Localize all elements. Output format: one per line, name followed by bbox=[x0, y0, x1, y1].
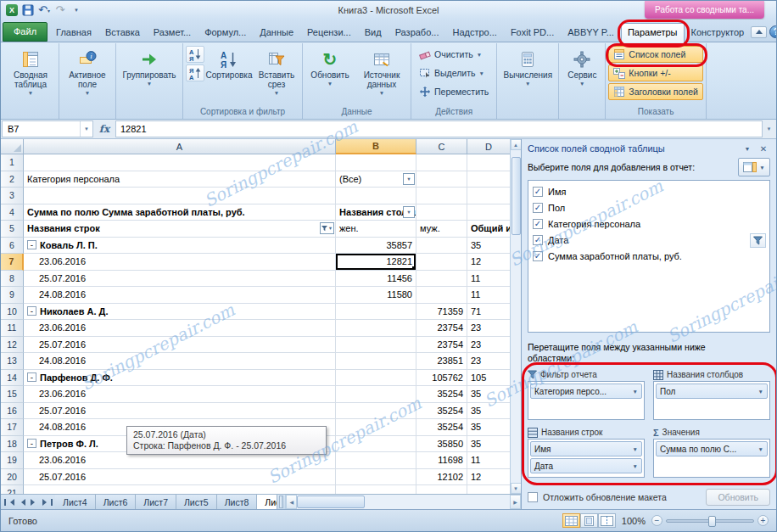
tab-file[interactable]: Файл bbox=[3, 22, 48, 42]
cell-dropdown-button[interactable]: ▼ bbox=[403, 173, 415, 185]
tab-formulas[interactable]: Формул... bbox=[198, 23, 253, 42]
pane-layout-button[interactable]: ▼ bbox=[738, 158, 770, 176]
last-sheet-button[interactable] bbox=[42, 496, 53, 507]
row-header-7[interactable]: 7 bbox=[1, 254, 24, 271]
zoom-thumb[interactable] bbox=[708, 516, 716, 527]
cell-D9[interactable]: 11 bbox=[467, 287, 510, 304]
sheet-tab-Лист5[interactable]: Лист5 bbox=[176, 495, 217, 509]
sort-button[interactable]: АЯ Сортировка bbox=[205, 44, 253, 106]
first-sheet-button[interactable] bbox=[3, 496, 14, 507]
zoom-level[interactable]: 100% bbox=[622, 516, 646, 526]
tab-pivottable-options[interactable]: Параметры bbox=[621, 23, 685, 42]
minimize-ribbon-button[interactable] bbox=[751, 26, 767, 38]
cell-C16[interactable]: 35254 bbox=[416, 403, 467, 420]
cell-D20[interactable]: 12 bbox=[467, 469, 510, 486]
pivot-table-button[interactable]: Своднаятаблица ▼ bbox=[5, 44, 56, 106]
cell-D3[interactable] bbox=[467, 188, 510, 204]
refresh-button[interactable]: ↻ Обновить ▼ bbox=[305, 44, 355, 106]
area-field-chip[interactable]: Категория персо...▼ bbox=[530, 384, 642, 399]
area-rows-dropzone[interactable]: Имя▼Дата▼ bbox=[528, 439, 645, 478]
cell-B15[interactable] bbox=[336, 386, 416, 403]
cell-D12[interactable]: 23 bbox=[467, 337, 510, 354]
sheet-tab-Лис[interactable]: Лис bbox=[257, 495, 277, 509]
cell-D10[interactable]: 71 bbox=[467, 304, 510, 321]
cell-C3[interactable] bbox=[416, 188, 467, 204]
cell-B5[interactable]: жен. bbox=[336, 221, 416, 238]
cell-D16[interactable]: 35 bbox=[467, 403, 510, 420]
cell-D14[interactable]: 105 bbox=[467, 370, 510, 387]
field-item-Сумма заработной платы, руб.[interactable]: ✓Сумма заработной платы, руб. bbox=[530, 248, 768, 264]
field-item-Пол[interactable]: ✓Пол bbox=[530, 199, 768, 216]
chevron-down-icon[interactable]: ▼ bbox=[80, 121, 92, 137]
cell-B10[interactable] bbox=[336, 304, 416, 321]
cell-C18[interactable]: 35850 bbox=[416, 436, 467, 453]
collapse-button[interactable]: - bbox=[27, 372, 36, 382]
plus-minus-buttons-button[interactable]: Кнопки +/- bbox=[608, 64, 703, 81]
row-header-1[interactable]: 1 bbox=[1, 154, 24, 171]
horizontal-scroll-thumb[interactable] bbox=[297, 496, 365, 508]
cell-A21[interactable] bbox=[24, 485, 336, 494]
row-header-3[interactable]: 3 bbox=[1, 188, 24, 204]
area-columns-dropzone[interactable]: Пол▼ bbox=[653, 381, 770, 420]
cell-A3[interactable] bbox=[24, 188, 336, 204]
sheet-tab-Лист7[interactable]: Лист7 bbox=[136, 495, 176, 509]
row-header-4[interactable]: 4 bbox=[1, 204, 24, 221]
cell-A8[interactable]: 25.07.2016 bbox=[24, 271, 336, 288]
select-all-corner[interactable] bbox=[1, 139, 24, 154]
name-box[interactable]: B7 ▼ bbox=[2, 120, 93, 137]
cell-C12[interactable]: 23754 bbox=[416, 337, 467, 354]
cell-B8[interactable]: 11456 bbox=[336, 271, 416, 288]
field-filter-button[interactable] bbox=[750, 233, 766, 248]
row-header-2[interactable]: 2 bbox=[1, 171, 24, 188]
tab-view[interactable]: Вид bbox=[358, 23, 388, 42]
cell-B4[interactable]: Названия столбцов▼ bbox=[336, 204, 416, 221]
row-header-10[interactable]: 10 bbox=[1, 304, 24, 321]
cell-D6[interactable]: 35 bbox=[467, 238, 510, 255]
field-checkbox[interactable]: ✓ bbox=[533, 219, 543, 229]
zoom-in-button[interactable]: + bbox=[757, 515, 769, 526]
cell-B14[interactable] bbox=[336, 370, 416, 387]
area-values-dropzone[interactable]: Сумма по полю С...▼ bbox=[653, 439, 770, 478]
field-checkbox[interactable]: ✓ bbox=[533, 203, 543, 213]
cell-B12[interactable] bbox=[336, 337, 416, 354]
cell-B16[interactable] bbox=[336, 403, 416, 420]
cell-D7[interactable]: 12 bbox=[467, 254, 510, 271]
cell-B13[interactable] bbox=[336, 353, 416, 370]
tab-addins[interactable]: Надстро... bbox=[445, 23, 503, 42]
row-header-19[interactable]: 19 bbox=[1, 452, 24, 469]
row-labels-filter-button[interactable]: ▼ bbox=[320, 222, 334, 234]
sort-ascending-button[interactable]: АЯ bbox=[186, 46, 204, 63]
collapse-button[interactable]: - bbox=[27, 240, 36, 249]
pane-options-button[interactable]: ▼ bbox=[741, 143, 754, 154]
cell-D8[interactable]: 11 bbox=[467, 271, 510, 288]
row-header-21[interactable]: 21 bbox=[1, 485, 24, 494]
cell-A9[interactable]: 24.08.2016 bbox=[24, 287, 336, 304]
row-header-12[interactable]: 12 bbox=[1, 337, 24, 354]
redo-button[interactable]: ↷ bbox=[53, 3, 67, 17]
cell-B18[interactable] bbox=[336, 436, 416, 453]
insert-slicer-button[interactable]: Вставитьсрез ▼ bbox=[254, 44, 299, 106]
row-header-8[interactable]: 8 bbox=[1, 271, 24, 288]
cell-D5[interactable]: Общий и bbox=[467, 221, 510, 238]
tools-button[interactable]: Сервис ▼ bbox=[562, 44, 602, 106]
area-filter-dropzone[interactable]: Категория персо...▼ bbox=[528, 381, 645, 420]
row-header-20[interactable]: 20 bbox=[1, 469, 24, 486]
area-field-chip[interactable]: Дата▼ bbox=[530, 458, 642, 473]
tab-home[interactable]: Главная bbox=[49, 23, 98, 42]
row-header-13[interactable]: 13 bbox=[1, 353, 24, 370]
cell-B19[interactable] bbox=[336, 452, 416, 469]
row-header-11[interactable]: 11 bbox=[1, 320, 24, 337]
cell-B17[interactable] bbox=[336, 419, 416, 436]
cell-C21[interactable] bbox=[416, 485, 467, 494]
scroll-up-arrow[interactable]: ▲ bbox=[511, 139, 522, 150]
horizontal-scrollbar[interactable]: ◀ ▶ bbox=[285, 495, 521, 509]
change-data-source-button[interactable]: Источникданных ▼ bbox=[355, 44, 408, 106]
column-header-D[interactable]: D bbox=[467, 139, 510, 154]
zoom-out-button[interactable]: − bbox=[651, 515, 662, 526]
calculations-button[interactable]: Вычисления ▼ bbox=[500, 44, 556, 106]
sheet-tab-Лист4[interactable]: Лист4 bbox=[55, 495, 96, 509]
cell-D19[interactable]: 11 bbox=[467, 452, 510, 469]
column-header-B[interactable]: B bbox=[336, 139, 416, 154]
page-layout-view-button[interactable] bbox=[580, 513, 598, 528]
scroll-left-arrow[interactable]: ◀ bbox=[286, 495, 297, 509]
